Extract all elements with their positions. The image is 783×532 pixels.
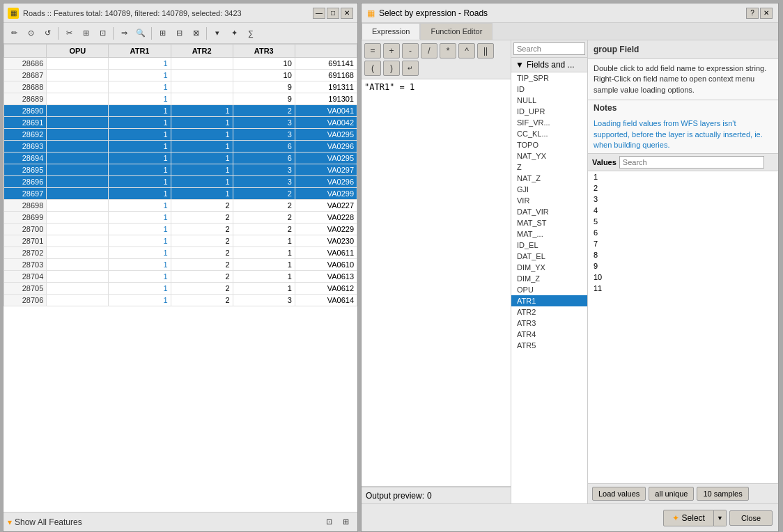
col-header-opu[interactable]: OPU [47, 45, 109, 58]
select-all-btn[interactable]: ⊞ [155, 26, 170, 41]
close-button[interactable]: ✕ [341, 8, 353, 19]
field-item[interactable]: ID [511, 84, 587, 95]
table-row[interactable]: 28696 1 1 3 VA0296 [4, 176, 357, 188]
table-row[interactable]: 28700 1 2 2 VA0229 [4, 224, 357, 235]
op-plus[interactable]: + [383, 43, 400, 58]
table-row[interactable]: 28691 1 1 3 VA0042 [4, 117, 357, 129]
close-button[interactable]: Close [729, 510, 773, 526]
field-item[interactable]: MAT_ST [511, 217, 587, 228]
field-item[interactable]: TIP_SPR [511, 72, 587, 84]
table-row[interactable]: 28701 1 2 1 VA0230 [4, 235, 357, 247]
table-row[interactable]: 28690 1 1 2 VA0041 [4, 105, 357, 117]
value-item[interactable]: 7 [588, 238, 778, 249]
table-row[interactable]: 28686 1 10 691141 [4, 58, 357, 70]
table-row[interactable]: 28687 1 10 691168 [4, 70, 357, 81]
zoom-to-btn[interactable]: 🔍 [133, 26, 148, 41]
maximize-button[interactable]: □ [327, 8, 339, 19]
edit-btn[interactable]: ✏ [6, 26, 22, 41]
op-rparen[interactable]: ) [383, 61, 400, 76]
field-item[interactable]: ATR5 [511, 340, 587, 351]
settings-btn[interactable]: ⊞ [338, 515, 353, 530]
op-mul[interactable]: * [440, 43, 456, 58]
field-item[interactable]: TOPO [511, 139, 587, 150]
titlebar-controls[interactable]: — □ ✕ [313, 8, 353, 19]
values-search-input[interactable] [619, 156, 764, 169]
field-item[interactable]: SIF_VR... [511, 117, 587, 128]
expression-editor[interactable]: "ATR1" = 1 [362, 79, 511, 487]
col-header-last[interactable] [295, 45, 357, 58]
toggle-edit-btn[interactable]: ⊙ [23, 26, 38, 41]
table-row[interactable]: 28694 1 1 6 VA0295 [4, 152, 357, 164]
value-item[interactable]: 4 [588, 205, 778, 216]
value-item[interactable]: 11 [588, 283, 778, 294]
field-item[interactable]: Z [511, 162, 587, 173]
table-row[interactable]: 28702 1 2 1 VA0611 [4, 247, 357, 259]
field-item[interactable]: DAT_EL [511, 251, 587, 262]
ten-samples-button[interactable]: 10 samples [697, 487, 748, 501]
op-concat[interactable]: || [477, 43, 494, 58]
pan-to-btn[interactable]: ⇒ [116, 26, 132, 41]
table-row[interactable]: 28697 1 1 2 VA0299 [4, 188, 357, 200]
tab-expression[interactable]: Expression [362, 23, 420, 40]
field-item[interactable]: DAT_VIR [511, 206, 587, 217]
op-newline[interactable]: ↵ [402, 61, 419, 76]
field-calc-btn[interactable]: ∑ [243, 26, 258, 41]
field-item[interactable]: ATR2 [511, 306, 587, 318]
minimize-button[interactable]: — [313, 8, 325, 19]
reload-btn[interactable]: ↺ [40, 26, 55, 41]
select-button[interactable]: ✦ Select [663, 510, 714, 526]
tab-function-editor[interactable]: Function Editor [420, 23, 493, 40]
field-item[interactable]: DIM_Z [511, 273, 587, 284]
col-header-atr2[interactable]: ATR2 [171, 45, 233, 58]
op-div[interactable]: / [421, 43, 437, 58]
value-item[interactable]: 10 [588, 272, 778, 283]
table-row[interactable]: 28689 1 9 191301 [4, 93, 357, 105]
fields-header[interactable]: ▼ Fields and ... [511, 58, 587, 72]
table-row[interactable]: 28705 1 2 1 VA0612 [4, 283, 357, 295]
values-list[interactable]: 1234567891011 [588, 171, 778, 483]
select-dropdown-button[interactable]: ▼ [714, 510, 727, 526]
field-item[interactable]: ATR4 [511, 329, 587, 340]
op-minus[interactable]: - [402, 43, 419, 58]
fields-list[interactable]: TIP_SPRIDNULLID_UPRSIF_VR...CC_KL...TOPO… [511, 72, 587, 503]
expr-close-btn[interactable]: ✕ [760, 8, 773, 19]
field-item[interactable]: ATR1 [511, 295, 587, 306]
expr-filter-btn[interactable]: ✦ [226, 26, 242, 41]
invert-sel-btn[interactable]: ⊠ [188, 26, 203, 41]
op-lparen[interactable]: ( [364, 61, 381, 76]
show-all-features-label[interactable]: Show All Features [15, 517, 82, 527]
value-item[interactable]: 2 [588, 182, 778, 194]
field-item[interactable]: DIM_YX [511, 262, 587, 273]
value-item[interactable]: 5 [588, 216, 778, 227]
field-item[interactable]: VIR [511, 195, 587, 206]
load-values-button[interactable]: Load values [592, 487, 646, 501]
table-row[interactable]: 28693 1 1 6 VA0296 [4, 141, 357, 152]
table-row[interactable]: 28703 1 2 1 VA0610 [4, 259, 357, 271]
field-item[interactable]: NAT_Z [511, 173, 587, 184]
toggle-dock-btn[interactable]: ⊡ [321, 515, 336, 530]
field-item[interactable]: ID_UPR [511, 106, 587, 117]
table-row[interactable]: 28695 1 1 3 VA0297 [4, 164, 357, 176]
field-item[interactable]: GJI [511, 184, 587, 195]
field-item[interactable]: CC_KL... [511, 128, 587, 139]
field-item[interactable]: ATR3 [511, 318, 587, 329]
filter-btn[interactable]: ▾ [210, 26, 225, 41]
deselect-btn[interactable]: ⊟ [171, 26, 187, 41]
field-item[interactable]: ID_EL [511, 240, 587, 251]
value-item[interactable]: 6 [588, 227, 778, 238]
table-row[interactable]: 28688 1 9 191311 [4, 81, 357, 93]
table-row[interactable]: 28699 1 2 2 VA0228 [4, 212, 357, 224]
value-item[interactable]: 9 [588, 260, 778, 272]
field-item[interactable]: NAT_YX [511, 150, 587, 162]
table-row[interactable]: 28692 1 1 3 VA0295 [4, 129, 357, 141]
copy-btn[interactable]: ⊡ [95, 26, 110, 41]
value-item[interactable]: 8 [588, 249, 778, 260]
table-row[interactable]: 28698 1 2 2 VA0227 [4, 200, 357, 212]
field-item[interactable]: OPU [511, 284, 587, 295]
op-eq[interactable]: = [364, 43, 381, 58]
new-btn[interactable]: ⊞ [78, 26, 93, 41]
all-unique-button[interactable]: all unique [649, 487, 694, 501]
table-row[interactable]: 28706 1 2 3 VA0614 [4, 295, 357, 306]
col-header-atr1[interactable]: ATR1 [109, 45, 171, 58]
expr-help-btn[interactable]: ? [746, 8, 759, 19]
